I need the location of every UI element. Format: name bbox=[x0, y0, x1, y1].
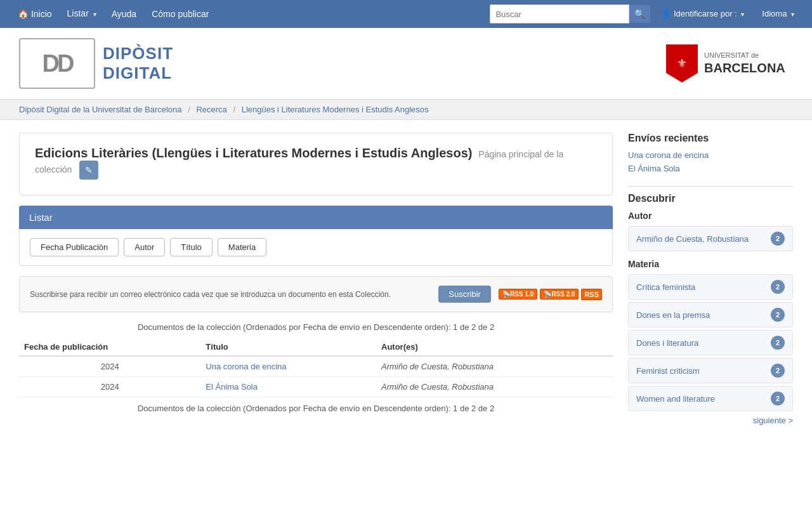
ub-label: UNIVERSITAT de BARCELONA bbox=[704, 51, 785, 76]
breadcrumb-sep-1: / bbox=[188, 105, 190, 114]
cell-title: El Ánima Sola bbox=[200, 377, 376, 397]
logo-text: DIPÒSIT DIGITAL bbox=[103, 44, 173, 83]
listar-btn-materia[interactable]: Materia bbox=[218, 238, 266, 256]
breadcrumb-lleng[interactable]: Llengües i Literatures Modernes i Estudi… bbox=[242, 105, 429, 114]
facet-item-materia-4: Feminist criticism 2 bbox=[628, 358, 793, 383]
nav-listar[interactable]: Listar ▾ bbox=[60, 0, 104, 29]
facet-materia-link-1[interactable]: Crítica feminista bbox=[636, 282, 695, 292]
facet-materia-link-4[interactable]: Feminist criticism bbox=[636, 366, 700, 376]
cell-author: Armiño de Cuesta, Robustiana bbox=[376, 377, 613, 397]
recent-link-1[interactable]: Una corona de encina bbox=[628, 150, 793, 160]
idioma-dropdown-icon: ▾ bbox=[791, 11, 794, 18]
subscribe-button[interactable]: Suscribir bbox=[438, 286, 491, 303]
sidebar-divider bbox=[628, 186, 793, 187]
rss-plain-badge: RSS bbox=[581, 289, 602, 300]
navbar: 🏠 Inicio Listar ▾ Ayuda Cómo publicar 🔍 … bbox=[0, 0, 812, 28]
search-button[interactable]: 🔍 bbox=[629, 4, 651, 23]
title-link[interactable]: El Ánima Sola bbox=[206, 382, 258, 392]
facet-materia-label: Materia bbox=[628, 259, 793, 269]
facet-materia-link-5[interactable]: Women and literature bbox=[636, 394, 715, 404]
sidebar-recent: Envíos recientes Una corona de encina El… bbox=[628, 133, 793, 173]
rss1-icon: 📡 bbox=[502, 291, 510, 298]
ub-shield-icon: ⚜ bbox=[666, 44, 698, 82]
sidebar-discover: Descubrir Autor Armiño de Cuesta, Robust… bbox=[628, 193, 793, 425]
title-link[interactable]: Una corona de encina bbox=[206, 362, 286, 371]
nav-home[interactable]: 🏠 Inicio bbox=[10, 0, 60, 28]
listar-btn-titulo[interactable]: Título bbox=[170, 238, 213, 256]
main-content: Edicions Literàries (Llengües i Literatu… bbox=[0, 120, 812, 451]
nav-identificarse[interactable]: 👤 Identificarse por : ▾ bbox=[653, 0, 752, 29]
docs-summary-bottom: Documentos de la colección (Ordenados po… bbox=[19, 404, 613, 413]
logo-box: DD bbox=[19, 38, 95, 89]
docs-summary-top: Documentos de la colección (Ordenados po… bbox=[19, 322, 613, 332]
identificarse-dropdown-icon: ▾ bbox=[741, 11, 744, 18]
nav-publicar[interactable]: Cómo publicar bbox=[144, 0, 216, 28]
breadcrumb-sep-2: / bbox=[233, 105, 235, 114]
nav-right: 🔍 👤 Identificarse por : ▾ Idioma ▾ bbox=[490, 0, 802, 29]
facet-item-materia-5: Women and literature 2 bbox=[628, 386, 793, 411]
cell-title: Una corona de encina bbox=[200, 356, 376, 377]
facet-materia-count-5: 2 bbox=[771, 392, 785, 406]
table-row: 2024 El Ánima Sola Armiño de Cuesta, Rob… bbox=[19, 377, 613, 397]
header-logo: DD DIPÒSIT DIGITAL ⚜ UNIVERSITAT de BARC… bbox=[0, 28, 812, 99]
facet-group-autor: Autor Armiño de Cuesta, Robustiana 2 bbox=[628, 211, 793, 251]
cell-year: 2024 bbox=[19, 377, 200, 397]
content-left: Edicions Literàries (Llengües i Literatu… bbox=[19, 133, 613, 419]
nav-idioma[interactable]: Idioma ▾ bbox=[754, 0, 802, 29]
col-autor: Autor(es) bbox=[376, 338, 613, 356]
nav-left: 🏠 Inicio Listar ▾ Ayuda Cómo publicar bbox=[10, 0, 490, 29]
discover-heading: Descubrir bbox=[628, 193, 793, 204]
col-titulo: Título bbox=[200, 338, 376, 356]
recent-heading: Envíos recientes bbox=[628, 133, 793, 144]
subscribe-section: Suscribirse para recibir un correo elect… bbox=[19, 276, 613, 312]
col-fecha: Fecha de publicación bbox=[19, 338, 200, 356]
rss2-badge: 📡 RSS 2.0 bbox=[540, 289, 579, 300]
facet-next-link[interactable]: siguiente > bbox=[753, 416, 793, 425]
home-icon: 🏠 bbox=[18, 9, 29, 19]
search-wrap: 🔍 bbox=[490, 4, 651, 23]
listar-btn-fecha[interactable]: Fecha Publicación bbox=[30, 238, 119, 256]
facet-autor-count-1: 2 bbox=[771, 232, 785, 246]
collection-title-box: Edicions Literàries (Llengües i Literatu… bbox=[19, 133, 613, 195]
facet-materia-count-1: 2 bbox=[771, 280, 785, 294]
cell-author: Armiño de Cuesta, Robustiana bbox=[376, 356, 613, 377]
facet-item-materia-1: Crítica feminista 2 bbox=[628, 274, 793, 300]
facet-item-materia-2: Dones en la premsa 2 bbox=[628, 302, 793, 327]
chart-button[interactable]: ✎ bbox=[79, 161, 98, 180]
breadcrumb-home[interactable]: Dipòsit Digital de la Universitat de Bar… bbox=[19, 105, 182, 114]
listar-btn-autor[interactable]: Autor bbox=[124, 238, 165, 256]
facet-materia-link-3[interactable]: Dones i literatura bbox=[636, 338, 698, 348]
collection-title: Edicions Literàries (Llengües i Literatu… bbox=[35, 146, 472, 160]
cell-year: 2024 bbox=[19, 356, 200, 377]
docs-table: Fecha de publicación Título Autor(es) 20… bbox=[19, 338, 613, 397]
user-icon: 👤 bbox=[661, 9, 671, 18]
logo-dd-text: DD bbox=[43, 50, 72, 77]
listar-buttons: Fecha Publicación Autor Título Materia bbox=[19, 229, 613, 266]
ub-logo: ⚜ UNIVERSITAT de BARCELONA bbox=[666, 41, 793, 86]
facet-materia-count-4: 2 bbox=[771, 364, 785, 378]
listar-heading: Listar bbox=[29, 212, 603, 223]
breadcrumb: Dipòsit Digital de la Universitat de Bar… bbox=[0, 99, 812, 120]
facet-group-materia: Materia Crítica feminista 2 Dones en la … bbox=[628, 259, 793, 425]
listar-section: Listar bbox=[19, 206, 613, 229]
rss1-badge: 📡 RSS 1.0 bbox=[499, 289, 537, 300]
facet-item-materia-3: Dones i literatura 2 bbox=[628, 330, 793, 355]
facet-materia-count-3: 2 bbox=[771, 336, 785, 350]
facet-materia-link-2[interactable]: Dones en la premsa bbox=[636, 310, 710, 320]
facet-materia-count-2: 2 bbox=[771, 308, 785, 322]
facet-next: siguiente > bbox=[628, 415, 793, 425]
search-input[interactable] bbox=[490, 4, 629, 23]
facet-autor-link-1[interactable]: Armiño de Cuesta, Robustiana bbox=[636, 234, 749, 244]
rss2-icon: 📡 bbox=[544, 291, 551, 298]
listar-dropdown-icon: ▾ bbox=[93, 11, 96, 18]
content-right: Envíos recientes Una corona de encina El… bbox=[628, 133, 793, 438]
facet-item-autor-1: Armiño de Cuesta, Robustiana 2 bbox=[628, 226, 793, 251]
logo-left: DD DIPÒSIT DIGITAL bbox=[19, 38, 173, 89]
breadcrumb-recerca[interactable]: Recerca bbox=[196, 105, 226, 114]
table-row: 2024 Una corona de encina Armiño de Cues… bbox=[19, 356, 613, 377]
facet-autor-label: Autor bbox=[628, 211, 793, 221]
nav-ayuda[interactable]: Ayuda bbox=[104, 0, 144, 28]
recent-link-2[interactable]: El Ánima Sola bbox=[628, 164, 793, 173]
rss-badges: 📡 RSS 1.0 📡 RSS 2.0 RSS bbox=[499, 289, 602, 300]
subscribe-text: Suscribirse para recibir un correo elect… bbox=[30, 290, 431, 299]
